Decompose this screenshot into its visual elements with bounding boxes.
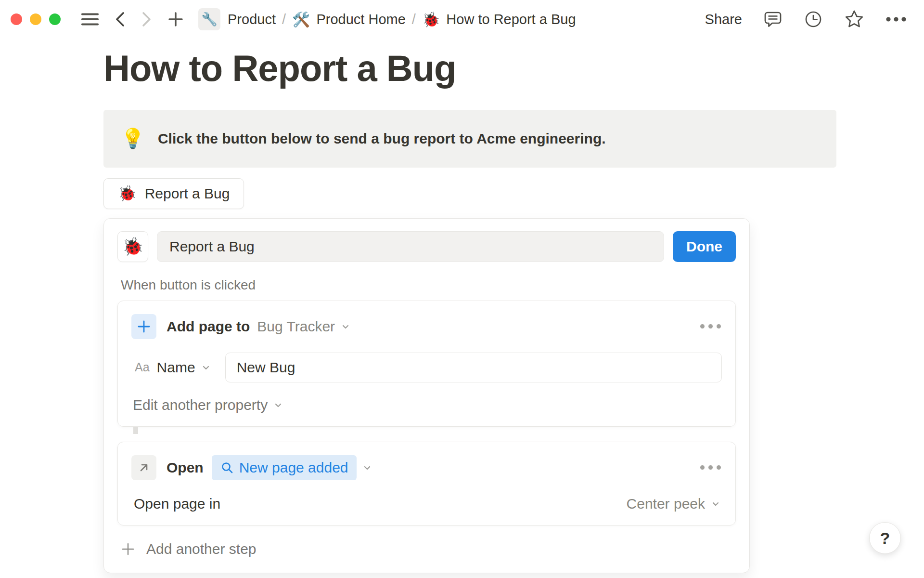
ladybug-icon: 🐞 [118, 184, 137, 202]
breadcrumb-separator: / [412, 12, 416, 27]
traffic-light-zoom[interactable] [49, 13, 61, 25]
breadcrumb: Product / 🛠️ Product Home / 🐞 How to Rep… [228, 11, 576, 28]
breadcrumb-separator: / [282, 12, 286, 27]
report-a-bug-button-label: Report a Bug [145, 185, 230, 202]
open-target-chip[interactable]: New page added [212, 455, 357, 480]
step-card-add-page: Add page to Bug Tracker Aa Name Edit ano… [117, 301, 736, 427]
open-page-in-label: Open page in [134, 496, 220, 512]
chevron-down-icon [272, 399, 284, 411]
step-options-icon[interactable] [699, 462, 722, 473]
add-page-action-label: Add page to [167, 318, 250, 335]
breadcrumb-item-current-page[interactable]: 🐞 How to Report a Bug [422, 11, 576, 28]
callout-text: Click the button below to send a bug rep… [158, 131, 606, 147]
edit-another-property-button[interactable]: Edit another property [133, 397, 722, 413]
trigger-label: When button is clicked [121, 277, 736, 293]
search-icon [220, 460, 234, 475]
share-button[interactable]: Share [705, 12, 742, 27]
breadcrumb-item-product-home[interactable]: 🛠️ Product Home [292, 11, 406, 28]
new-page-icon[interactable] [167, 11, 184, 27]
step-card-open: Open New page added Open page in Center … [117, 442, 736, 525]
page-title[interactable]: How to Report a Bug [103, 45, 924, 92]
plus-icon [121, 542, 135, 556]
traffic-light-close[interactable] [11, 13, 22, 25]
report-a-bug-button[interactable]: 🐞 Report a Bug [103, 178, 244, 209]
button-config-panel: 🐞 Done When button is clicked Add page t… [103, 218, 750, 573]
forward-icon[interactable] [141, 11, 153, 28]
property-name-dropdown[interactable]: Name [157, 359, 195, 376]
chevron-down-icon[interactable] [339, 320, 352, 333]
edit-another-property-label: Edit another property [133, 397, 268, 413]
open-page-in-dropdown[interactable]: Center peek [627, 496, 705, 512]
step-connector [133, 427, 138, 434]
property-value-input[interactable] [225, 353, 722, 382]
sidebar-menu-icon[interactable] [81, 12, 99, 26]
button-name-input[interactable] [157, 231, 664, 262]
more-options-icon[interactable] [886, 16, 907, 22]
chevron-down-icon[interactable] [709, 498, 722, 510]
step-options-icon[interactable] [699, 321, 722, 331]
comments-icon[interactable] [763, 10, 783, 29]
traffic-light-minimize[interactable] [30, 13, 41, 25]
lightbulb-icon: 💡 [121, 127, 145, 150]
chevron-down-icon[interactable] [361, 461, 373, 474]
open-action-label: Open [167, 460, 204, 476]
add-another-step-button[interactable]: Add another step [121, 541, 736, 565]
history-clock-icon[interactable] [804, 10, 823, 29]
target-database-dropdown[interactable]: Bug Tracker [257, 318, 335, 335]
help-button[interactable]: ? [869, 522, 901, 554]
breadcrumb-label: Product [228, 12, 276, 27]
open-target-chip-label: New page added [239, 460, 348, 476]
property-type-icon: Aa [135, 360, 150, 374]
add-page-step-icon [131, 314, 156, 339]
ladybug-icon: 🐞 [422, 11, 440, 28]
breadcrumb-label: How to Report a Bug [446, 12, 576, 27]
breadcrumb-item-product[interactable]: Product [228, 12, 276, 27]
chevron-down-icon[interactable] [200, 361, 212, 374]
open-step-arrow-icon [131, 455, 156, 480]
page-content: How to Report a Bug 💡 Click the button b… [0, 45, 924, 573]
help-question-mark: ? [880, 529, 890, 548]
traffic-lights [11, 13, 61, 25]
page-icon-wrench[interactable]: 🔧 [198, 8, 220, 30]
add-another-step-label: Add another step [146, 541, 257, 557]
callout-block: 💡 Click the button below to send a bug r… [103, 110, 836, 168]
back-icon[interactable] [114, 11, 126, 28]
done-button[interactable]: Done [673, 231, 736, 262]
button-icon-picker[interactable]: 🐞 [117, 231, 148, 262]
hammer-wrench-icon: 🛠️ [292, 11, 310, 28]
window-titlebar: 🔧 Product / 🛠️ Product Home / 🐞 How to R… [0, 0, 924, 39]
favorite-star-icon[interactable] [844, 9, 864, 29]
breadcrumb-label: Product Home [316, 12, 405, 27]
